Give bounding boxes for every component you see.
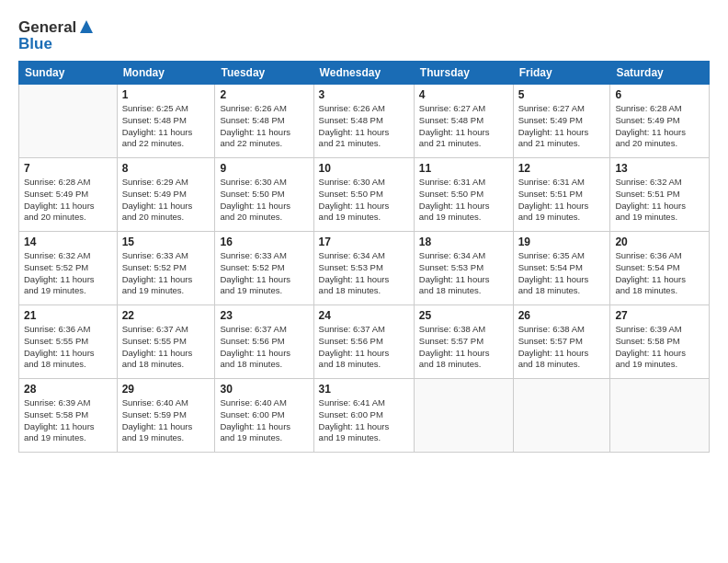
calendar-week-row: 7Sunrise: 6:28 AM Sunset: 5:49 PM Daylig…	[19, 158, 710, 232]
day-number: 12	[518, 162, 606, 175]
day-info: Sunrise: 6:25 AM Sunset: 5:48 PM Dayligh…	[122, 103, 210, 150]
calendar-cell: 25Sunrise: 6:38 AM Sunset: 5:57 PM Dayli…	[414, 305, 513, 379]
day-info: Sunrise: 6:36 AM Sunset: 5:55 PM Dayligh…	[24, 324, 112, 371]
day-number: 19	[518, 236, 606, 248]
calendar-cell: 3Sunrise: 6:26 AM Sunset: 5:48 PM Daylig…	[313, 85, 414, 158]
day-number: 7	[24, 162, 112, 175]
weekday-header-row: SundayMondayTuesdayWednesdayThursdayFrid…	[19, 62, 710, 85]
weekday-header: Monday	[117, 62, 215, 85]
calendar-cell: 29Sunrise: 6:40 AM Sunset: 5:59 PM Dayli…	[117, 379, 215, 453]
day-info: Sunrise: 6:27 AM Sunset: 5:49 PM Dayligh…	[518, 103, 606, 150]
calendar-cell: 4Sunrise: 6:27 AM Sunset: 5:48 PM Daylig…	[414, 85, 513, 158]
calendar-cell: 24Sunrise: 6:37 AM Sunset: 5:56 PM Dayli…	[313, 305, 414, 379]
day-number: 27	[615, 309, 704, 322]
calendar-cell: 6Sunrise: 6:28 AM Sunset: 5:49 PM Daylig…	[610, 85, 710, 158]
day-number: 1	[122, 88, 210, 101]
calendar-week-row: 14Sunrise: 6:32 AM Sunset: 5:52 PM Dayli…	[19, 232, 710, 305]
calendar-cell: 8Sunrise: 6:29 AM Sunset: 5:49 PM Daylig…	[117, 158, 215, 232]
day-info: Sunrise: 6:38 AM Sunset: 5:57 PM Dayligh…	[419, 324, 508, 371]
calendar-cell: 30Sunrise: 6:40 AM Sunset: 6:00 PM Dayli…	[215, 379, 313, 453]
day-number: 2	[220, 88, 308, 101]
calendar-cell: 16Sunrise: 6:33 AM Sunset: 5:52 PM Dayli…	[215, 232, 313, 305]
day-info: Sunrise: 6:37 AM Sunset: 5:56 PM Dayligh…	[220, 324, 308, 371]
calendar-week-row: 1Sunrise: 6:25 AM Sunset: 5:48 PM Daylig…	[19, 85, 710, 158]
svg-marker-0	[80, 20, 93, 33]
day-number: 22	[122, 309, 210, 322]
calendar-cell: 26Sunrise: 6:38 AM Sunset: 5:57 PM Dayli…	[513, 305, 610, 379]
day-info: Sunrise: 6:30 AM Sunset: 5:50 PM Dayligh…	[220, 177, 308, 224]
calendar-cell: 19Sunrise: 6:35 AM Sunset: 5:54 PM Dayli…	[513, 232, 610, 305]
day-info: Sunrise: 6:26 AM Sunset: 5:48 PM Dayligh…	[220, 103, 308, 150]
calendar-cell	[513, 379, 610, 453]
day-info: Sunrise: 6:38 AM Sunset: 5:57 PM Dayligh…	[518, 324, 606, 371]
day-info: Sunrise: 6:30 AM Sunset: 5:50 PM Dayligh…	[319, 177, 409, 224]
logo-icon	[78, 18, 95, 35]
calendar-cell: 18Sunrise: 6:34 AM Sunset: 5:53 PM Dayli…	[414, 232, 513, 305]
calendar-cell: 2Sunrise: 6:26 AM Sunset: 5:48 PM Daylig…	[215, 85, 313, 158]
calendar-cell: 22Sunrise: 6:37 AM Sunset: 5:55 PM Dayli…	[117, 305, 215, 379]
day-number: 16	[220, 236, 308, 248]
day-number: 3	[319, 88, 409, 101]
logo-blue: Blue	[18, 35, 95, 53]
day-info: Sunrise: 6:32 AM Sunset: 5:51 PM Dayligh…	[615, 177, 704, 224]
day-info: Sunrise: 6:40 AM Sunset: 6:00 PM Dayligh…	[220, 397, 308, 444]
day-number: 28	[24, 383, 112, 396]
calendar-cell	[19, 85, 118, 158]
day-info: Sunrise: 6:40 AM Sunset: 5:59 PM Dayligh…	[122, 397, 210, 444]
day-number: 18	[419, 236, 508, 248]
day-info: Sunrise: 6:35 AM Sunset: 5:54 PM Dayligh…	[518, 250, 606, 297]
weekday-header: Tuesday	[215, 62, 313, 85]
day-info: Sunrise: 6:31 AM Sunset: 5:51 PM Dayligh…	[518, 177, 606, 224]
logo-general: General	[18, 18, 76, 37]
day-number: 17	[319, 236, 409, 248]
day-number: 21	[24, 309, 112, 322]
day-number: 6	[615, 88, 704, 101]
day-number: 26	[518, 309, 606, 322]
day-info: Sunrise: 6:32 AM Sunset: 5:52 PM Dayligh…	[24, 250, 112, 297]
header: General Blue	[18, 15, 710, 53]
calendar-cell: 31Sunrise: 6:41 AM Sunset: 6:00 PM Dayli…	[313, 379, 414, 453]
calendar-cell: 9Sunrise: 6:30 AM Sunset: 5:50 PM Daylig…	[215, 158, 313, 232]
calendar-cell: 7Sunrise: 6:28 AM Sunset: 5:49 PM Daylig…	[19, 158, 118, 232]
weekday-header: Thursday	[414, 62, 513, 85]
day-info: Sunrise: 6:39 AM Sunset: 5:58 PM Dayligh…	[24, 397, 112, 444]
page: General Blue SundayMondayTuesdayWednesda…	[0, 0, 728, 563]
day-number: 30	[220, 383, 308, 396]
day-number: 20	[615, 236, 704, 248]
calendar-cell: 14Sunrise: 6:32 AM Sunset: 5:52 PM Dayli…	[19, 232, 118, 305]
day-info: Sunrise: 6:28 AM Sunset: 5:49 PM Dayligh…	[24, 177, 112, 224]
day-info: Sunrise: 6:33 AM Sunset: 5:52 PM Dayligh…	[220, 250, 308, 297]
day-info: Sunrise: 6:34 AM Sunset: 5:53 PM Dayligh…	[319, 250, 409, 297]
calendar-cell: 10Sunrise: 6:30 AM Sunset: 5:50 PM Dayli…	[313, 158, 414, 232]
day-info: Sunrise: 6:33 AM Sunset: 5:52 PM Dayligh…	[122, 250, 210, 297]
day-info: Sunrise: 6:37 AM Sunset: 5:56 PM Dayligh…	[319, 324, 409, 371]
calendar-cell: 27Sunrise: 6:39 AM Sunset: 5:58 PM Dayli…	[610, 305, 710, 379]
day-info: Sunrise: 6:37 AM Sunset: 5:55 PM Dayligh…	[122, 324, 210, 371]
calendar-cell: 21Sunrise: 6:36 AM Sunset: 5:55 PM Dayli…	[19, 305, 118, 379]
day-info: Sunrise: 6:34 AM Sunset: 5:53 PM Dayligh…	[419, 250, 508, 297]
day-number: 13	[615, 162, 704, 175]
calendar-cell: 17Sunrise: 6:34 AM Sunset: 5:53 PM Dayli…	[313, 232, 414, 305]
day-info: Sunrise: 6:31 AM Sunset: 5:50 PM Dayligh…	[419, 177, 508, 224]
calendar-cell: 23Sunrise: 6:37 AM Sunset: 5:56 PM Dayli…	[215, 305, 313, 379]
weekday-header: Saturday	[610, 62, 710, 85]
calendar-week-row: 21Sunrise: 6:36 AM Sunset: 5:55 PM Dayli…	[19, 305, 710, 379]
weekday-header: Wednesday	[313, 62, 414, 85]
weekday-header: Sunday	[19, 62, 118, 85]
day-number: 31	[319, 383, 409, 396]
day-info: Sunrise: 6:28 AM Sunset: 5:49 PM Dayligh…	[615, 103, 704, 150]
day-number: 25	[419, 309, 508, 322]
day-number: 5	[518, 88, 606, 101]
calendar-cell: 12Sunrise: 6:31 AM Sunset: 5:51 PM Dayli…	[513, 158, 610, 232]
calendar-cell: 20Sunrise: 6:36 AM Sunset: 5:54 PM Dayli…	[610, 232, 710, 305]
day-number: 11	[419, 162, 508, 175]
day-info: Sunrise: 6:41 AM Sunset: 6:00 PM Dayligh…	[319, 397, 409, 444]
day-number: 4	[419, 88, 508, 101]
calendar-cell: 15Sunrise: 6:33 AM Sunset: 5:52 PM Dayli…	[117, 232, 215, 305]
day-info: Sunrise: 6:39 AM Sunset: 5:58 PM Dayligh…	[615, 324, 704, 371]
day-number: 9	[220, 162, 308, 175]
calendar-cell	[610, 379, 710, 453]
calendar-cell: 11Sunrise: 6:31 AM Sunset: 5:50 PM Dayli…	[414, 158, 513, 232]
calendar-cell: 28Sunrise: 6:39 AM Sunset: 5:58 PM Dayli…	[19, 379, 118, 453]
day-number: 15	[122, 236, 210, 248]
